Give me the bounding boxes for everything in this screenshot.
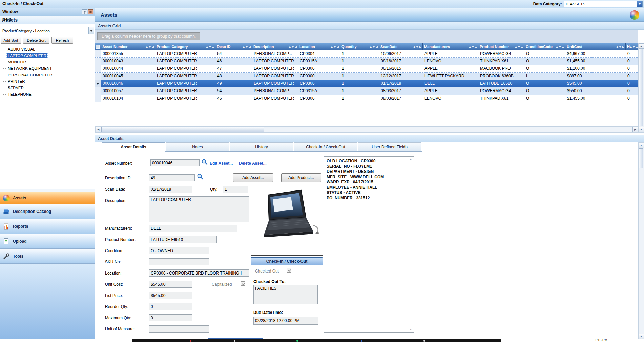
close-icon[interactable] — [88, 9, 93, 14]
filter-icon[interactable] — [632, 46, 635, 48]
column-header-manufacturers[interactable]: ManufacturersΣ — [423, 43, 478, 50]
maximum-qty-input[interactable] — [149, 314, 192, 321]
scroll-down-icon[interactable]: ▼ — [639, 127, 644, 132]
scrollbar-thumb[interactable] — [639, 148, 643, 168]
column-menu-icon[interactable] — [376, 46, 378, 48]
grid-vertical-scrollbar[interactable]: ▲ ▼ — [638, 43, 644, 133]
column-header-desc-id[interactable]: Desc IDΣ — [215, 43, 252, 50]
taskbar-icon[interactable] — [296, 340, 298, 342]
taskbar-icon[interactable] — [190, 340, 191, 342]
delete-sort-button[interactable]: Delete Sort — [23, 37, 49, 44]
tab-user-defined-fields[interactable]: User Defined Fields — [358, 142, 421, 151]
capitalized-checkbox[interactable] — [241, 281, 245, 286]
column-menu-icon[interactable] — [622, 46, 624, 48]
table-row[interactable]: 000010104LAPTOP COMPUTER46LAPTOP COMPUTE… — [95, 95, 638, 102]
filter-icon[interactable] — [209, 46, 211, 48]
refresh-button[interactable]: Refresh — [51, 37, 73, 44]
scroll-down-icon[interactable]: ▼ — [408, 328, 413, 331]
tree-item-monitor[interactable]: MONITOR — [1, 59, 94, 65]
product-number-input[interactable] — [149, 236, 217, 243]
list-price-input[interactable] — [149, 292, 192, 299]
filter-icon[interactable] — [291, 46, 294, 48]
add-sort-button[interactable]: Add Sort — [1, 37, 21, 44]
filter-icon[interactable] — [245, 46, 248, 48]
details-vertical-scrollbar[interactable]: ▲ ▼ — [638, 142, 644, 339]
search-icon[interactable] — [197, 173, 204, 180]
unit-of-measure-input[interactable] — [149, 325, 209, 333]
user-defined-info-panel[interactable]: OLD LOCATION - CP0300SERIAL_NO - FDJYLM1… — [324, 156, 414, 333]
scan-date-input[interactable] — [149, 186, 192, 193]
column-menu-icon[interactable] — [419, 46, 421, 48]
column-header-quantity[interactable]: QuantityΣ — [340, 43, 379, 50]
column-header-unitcost[interactable]: UnitCostΣ — [565, 43, 626, 50]
filter-icon[interactable] — [472, 46, 474, 48]
qty-input[interactable] — [223, 186, 248, 193]
group-by-bar[interactable]: Drag a column header here to group by th… — [95, 30, 638, 43]
scroll-down-icon[interactable]: ▼ — [639, 334, 644, 339]
checked-out-checkbox[interactable] — [287, 268, 291, 273]
tab-history[interactable]: History — [230, 142, 293, 151]
filter-icon[interactable] — [518, 46, 520, 48]
column-menu-icon[interactable] — [475, 46, 477, 48]
sum-icon[interactable]: Σ — [206, 45, 208, 48]
column-header-product-category[interactable]: Product CategoryΣ — [155, 43, 215, 50]
nav-item-reports[interactable]: Reports — [0, 219, 95, 234]
info-scrollbar[interactable]: ▲ ▼ — [408, 157, 413, 332]
delete-asset-link[interactable]: Delete Asset... — [239, 161, 267, 166]
sku-input[interactable] — [149, 258, 209, 265]
sum-icon[interactable]: Σ — [630, 45, 632, 48]
taskbar-icon[interactable] — [423, 340, 425, 342]
location-input[interactable] — [149, 269, 249, 277]
description-textarea[interactable]: LAPTOP COMPUTER — [149, 196, 249, 222]
column-header-he[interactable]: HeΣ — [626, 43, 638, 50]
column-menu-icon[interactable] — [295, 46, 297, 48]
column-header-scandate[interactable]: ScanDateΣ — [379, 43, 423, 50]
tree-item-laptop-computer[interactable]: LAPTOP COMPUTER — [1, 53, 94, 59]
menu-window[interactable]: Window — [0, 8, 46, 16]
grid-horizontal-scrollbar[interactable]: ◀ ▶ — [95, 126, 638, 133]
filter-icon[interactable] — [148, 46, 151, 48]
unit-cost-input[interactable] — [149, 281, 192, 288]
tree-item-server[interactable]: SERVER — [1, 85, 94, 91]
tab-asset-details[interactable]: Asset Details — [102, 142, 165, 152]
add-asset-button[interactable]: Add Asset... — [233, 173, 273, 182]
description-id-input[interactable] — [149, 174, 195, 181]
menu-check-in-check-out[interactable]: Check-In / Check-Out — [0, 0, 46, 8]
sum-icon[interactable]: Σ — [370, 45, 372, 48]
tree-item-audio-visual[interactable]: AUDIO VISUAL — [1, 46, 94, 53]
tab-notes[interactable]: Notes — [166, 142, 229, 151]
column-header-conditioncode[interactable]: ConditionCodeΣ — [524, 43, 565, 50]
sum-icon[interactable]: Σ — [331, 45, 333, 48]
filter-icon[interactable] — [333, 46, 336, 48]
pin-icon[interactable] — [82, 9, 87, 14]
reorder-qty-input[interactable] — [149, 303, 192, 310]
column-header-location[interactable]: LocationΣ — [298, 43, 340, 50]
column-menu-icon[interactable] — [152, 46, 154, 48]
taskbar-icons[interactable] — [132, 339, 501, 342]
sum-icon[interactable]: Σ — [243, 45, 245, 48]
column-menu-icon[interactable] — [521, 46, 523, 48]
tree-item-printer[interactable]: PRINTER — [1, 78, 94, 85]
asset-number-input[interactable] — [150, 159, 200, 166]
tree-item-telephone[interactable]: TELEPHONE — [1, 91, 94, 98]
filter-icon[interactable] — [559, 46, 561, 48]
table-row[interactable]: 000010043LAPTOP COMPUTER46LAPTOP COMPUTE… — [95, 58, 638, 65]
scrollbar-thumb[interactable] — [101, 127, 264, 132]
table-row[interactable]: 000010057LAPTOP COMPUTER54PERSONAL COMP.… — [95, 87, 638, 95]
sum-icon[interactable]: Σ — [515, 45, 517, 48]
column-menu-icon[interactable] — [212, 46, 214, 48]
menu-help[interactable]: Help — [0, 16, 46, 23]
column-header-description[interactable]: DescriptionΣ — [252, 43, 298, 50]
tree-item-network-equipment[interactable]: NETWORK EQUIPMENT — [1, 65, 94, 72]
tree-item-personal-computer[interactable]: PERSONAL COMPUTER — [1, 72, 94, 78]
dropdown-arrow-icon[interactable] — [637, 1, 642, 7]
scroll-up-icon[interactable]: ▲ — [639, 143, 644, 148]
taskbar-icon[interactable] — [361, 340, 362, 342]
filter-icon[interactable] — [416, 46, 419, 48]
taskbar-icon[interactable] — [234, 340, 235, 342]
splitter-handle[interactable]: ..... — [0, 189, 95, 192]
sum-icon[interactable]: Σ — [469, 45, 471, 48]
filter-icon[interactable] — [619, 46, 622, 48]
nav-item-upload[interactable]: Upload — [0, 234, 95, 249]
scroll-up-icon[interactable]: ▲ — [408, 158, 413, 161]
